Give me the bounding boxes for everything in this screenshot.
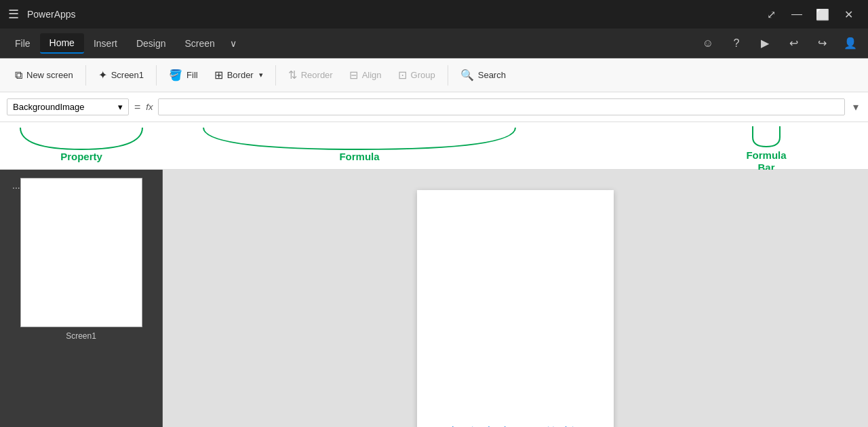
property-annotation-container: Property [14, 125, 149, 162]
toolbar-separator-3 [275, 65, 276, 86]
menu-design[interactable]: Design [127, 34, 176, 53]
screens-panel: ··· Screen1 [0, 170, 163, 427]
formula-bar: BackgroundImage ▾ = fx ▾ [0, 92, 868, 122]
redo-button[interactable]: ↪ [810, 31, 834, 56]
toolbar-separator-4 [448, 65, 448, 86]
main-area: ··· Screen1 Insert a visual or connect t… [0, 170, 868, 427]
formula-dropdown-icon[interactable]: ▾ [850, 98, 861, 116]
toolbar-separator-2 [156, 65, 157, 86]
menu-more-chevron[interactable]: ∨ [224, 35, 242, 52]
toolbar-separator-1 [85, 65, 86, 86]
screen-preview-image[interactable] [20, 178, 142, 327]
canvas-area: Insert a visual or connect to data [163, 170, 868, 427]
new-screen-icon: ⧉ [15, 69, 22, 81]
formula-annotation-container: Formula [197, 125, 522, 162]
property-annotation-label: Property [60, 151, 102, 162]
fill-label: Fill [186, 70, 198, 80]
help-button[interactable]: ? [724, 31, 749, 56]
undo-button[interactable]: ↩ [781, 31, 806, 56]
search-button[interactable]: 🔍 Search [454, 65, 513, 85]
border-button[interactable]: ⊞ Border ▾ [208, 65, 270, 85]
menu-file[interactable]: File [5, 34, 40, 53]
search-icon: 🔍 [460, 69, 474, 81]
formulabar-annotation-container: FormulaBar [732, 124, 800, 174]
canvas-placeholder: Insert a visual or connect to data [452, 424, 579, 428]
fill-button[interactable]: 🪣 Fill [162, 65, 205, 85]
reorder-icon: ⇅ [288, 69, 297, 81]
canvas-screen[interactable]: Insert a visual or connect to data [417, 190, 614, 428]
group-label: Group [411, 70, 435, 80]
menu-insert[interactable]: Insert [84, 34, 127, 53]
menu-actions: ☺ ? ▶ ↩ ↪ 👤 [696, 31, 863, 56]
connect-to-data-link[interactable]: connect to data [519, 424, 579, 428]
property-name: BackgroundImage [13, 102, 115, 112]
border-icon: ⊞ [214, 69, 223, 81]
screen1-label: Screen1 [111, 70, 144, 80]
minimize-button[interactable]: — [785, 3, 808, 26]
menu-screen[interactable]: Screen [176, 34, 224, 53]
title-bar: ☰ PowerApps ⤢ — ⬜ ✕ [0, 0, 868, 29]
formula-annotation-label: Formula [339, 151, 379, 162]
group-button[interactable]: ⊡ Group [391, 65, 442, 85]
property-selector[interactable]: BackgroundImage ▾ [7, 98, 129, 115]
hamburger-menu-icon[interactable]: ☰ [8, 7, 19, 22]
app-name: PowerApps [27, 9, 760, 20]
insert-visual-text: Insert a visual [452, 424, 506, 428]
formula-input[interactable] [158, 98, 845, 115]
window-controls: ⤢ — ⬜ ✕ [760, 3, 860, 26]
search-label: Search [478, 70, 506, 80]
toolbar: ⧉ New screen ✦ Screen1 🪣 Fill ⊞ Border ▾… [0, 58, 868, 92]
play-button[interactable]: ▶ [753, 31, 777, 56]
screen1-icon: ✦ [98, 69, 107, 81]
property-dropdown-icon: ▾ [118, 102, 123, 112]
restore-button[interactable]: ⬜ [811, 3, 834, 26]
screen1-selector[interactable]: ✦ Screen1 [92, 65, 151, 85]
align-button[interactable]: ⊟ Align [342, 65, 389, 85]
close-button[interactable]: ✕ [837, 3, 860, 26]
fx-label: fx [146, 102, 153, 112]
screen-name-label: Screen1 [8, 331, 154, 341]
group-icon: ⊡ [398, 69, 407, 81]
new-screen-button[interactable]: ⧉ New screen [8, 66, 80, 85]
border-label: Border [227, 70, 254, 80]
fill-icon: 🪣 [169, 69, 182, 81]
expand-button[interactable]: ⤢ [760, 3, 783, 26]
emoji-button[interactable]: ☺ [696, 31, 720, 56]
new-screen-label: New screen [26, 70, 73, 80]
align-icon: ⊟ [349, 69, 358, 81]
align-label: Align [362, 70, 382, 80]
menu-home[interactable]: Home [40, 33, 84, 54]
screen-more-icon[interactable]: ··· [12, 182, 20, 193]
reorder-label: Reorder [301, 70, 333, 80]
menu-bar: File Home Insert Design Screen ∨ ☺ ? ▶ ↩… [0, 29, 868, 58]
equals-sign: = [134, 101, 140, 113]
user-account-button[interactable]: 👤 [838, 31, 863, 56]
or-label: or [509, 424, 517, 428]
screen-thumbnail: ··· Screen1 [8, 178, 154, 341]
reorder-button[interactable]: ⇅ Reorder [281, 65, 340, 85]
border-chevron-icon: ▾ [259, 71, 263, 79]
